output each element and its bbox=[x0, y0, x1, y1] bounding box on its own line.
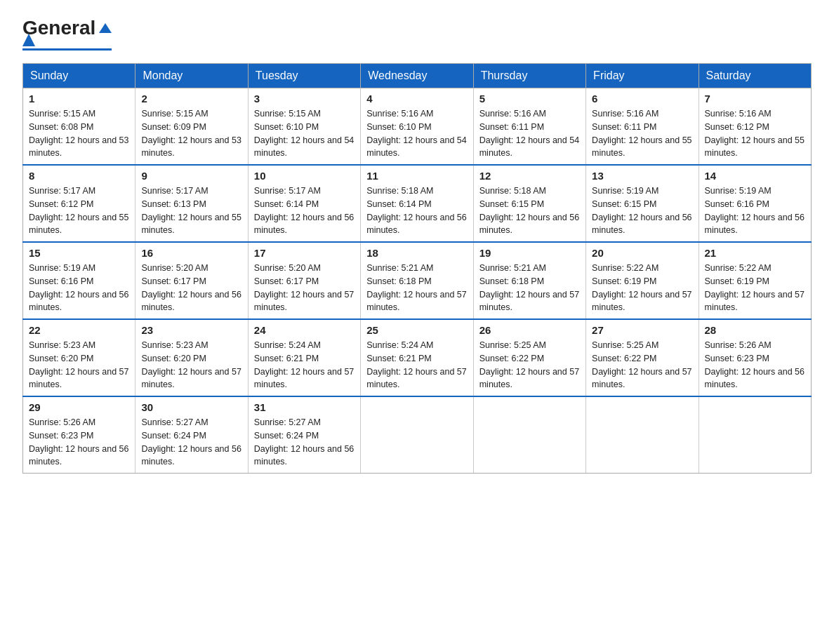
calendar-cell bbox=[586, 396, 699, 474]
day-number: 3 bbox=[254, 93, 355, 105]
day-info: Sunrise: 5:18 AM Sunset: 6:14 PM Dayligh… bbox=[366, 185, 467, 237]
day-number: 9 bbox=[141, 170, 241, 182]
calendar-week-row: 1 Sunrise: 5:15 AM Sunset: 6:08 PM Dayli… bbox=[23, 88, 812, 166]
day-number: 8 bbox=[29, 170, 129, 182]
calendar-cell: 14 Sunrise: 5:19 AM Sunset: 6:16 PM Dayl… bbox=[699, 165, 811, 242]
day-number: 10 bbox=[254, 170, 355, 182]
calendar-cell: 28 Sunrise: 5:26 AM Sunset: 6:23 PM Dayl… bbox=[699, 319, 811, 396]
day-info: Sunrise: 5:17 AM Sunset: 6:14 PM Dayligh… bbox=[254, 185, 355, 237]
day-info: Sunrise: 5:22 AM Sunset: 6:19 PM Dayligh… bbox=[592, 262, 692, 314]
day-info: Sunrise: 5:19 AM Sunset: 6:16 PM Dayligh… bbox=[705, 185, 805, 237]
day-info: Sunrise: 5:23 AM Sunset: 6:20 PM Dayligh… bbox=[141, 339, 241, 391]
calendar-cell: 12 Sunrise: 5:18 AM Sunset: 6:15 PM Dayl… bbox=[473, 165, 585, 242]
calendar-cell: 25 Sunrise: 5:24 AM Sunset: 6:21 PM Dayl… bbox=[361, 319, 473, 396]
day-info: Sunrise: 5:25 AM Sunset: 6:22 PM Dayligh… bbox=[479, 339, 580, 391]
header-tuesday: Tuesday bbox=[248, 64, 360, 88]
calendar-cell: 20 Sunrise: 5:22 AM Sunset: 6:19 PM Dayl… bbox=[586, 242, 699, 319]
day-number: 16 bbox=[141, 247, 241, 259]
calendar-cell: 23 Sunrise: 5:23 AM Sunset: 6:20 PM Dayl… bbox=[135, 319, 248, 396]
calendar-cell: 27 Sunrise: 5:25 AM Sunset: 6:22 PM Dayl… bbox=[586, 319, 699, 396]
logo: General bbox=[22, 17, 112, 51]
day-number: 28 bbox=[705, 324, 805, 336]
day-info: Sunrise: 5:24 AM Sunset: 6:21 PM Dayligh… bbox=[254, 339, 355, 391]
header-monday: Monday bbox=[135, 64, 248, 88]
day-number: 1 bbox=[29, 93, 129, 105]
calendar-week-row: 29 Sunrise: 5:26 AM Sunset: 6:23 PM Dayl… bbox=[23, 396, 812, 474]
header-wednesday: Wednesday bbox=[361, 64, 473, 88]
day-info: Sunrise: 5:20 AM Sunset: 6:17 PM Dayligh… bbox=[254, 262, 355, 314]
day-number: 15 bbox=[29, 247, 129, 259]
day-info: Sunrise: 5:27 AM Sunset: 6:24 PM Dayligh… bbox=[254, 416, 355, 469]
day-number: 6 bbox=[592, 93, 692, 105]
day-info: Sunrise: 5:16 AM Sunset: 6:10 PM Dayligh… bbox=[366, 107, 467, 160]
day-info: Sunrise: 5:16 AM Sunset: 6:11 PM Dayligh… bbox=[592, 107, 692, 160]
calendar-cell: 16 Sunrise: 5:20 AM Sunset: 6:17 PM Dayl… bbox=[135, 242, 248, 319]
calendar-cell: 21 Sunrise: 5:22 AM Sunset: 6:19 PM Dayl… bbox=[699, 242, 811, 319]
calendar-week-row: 22 Sunrise: 5:23 AM Sunset: 6:20 PM Dayl… bbox=[23, 319, 812, 396]
calendar-cell: 3 Sunrise: 5:15 AM Sunset: 6:10 PM Dayli… bbox=[248, 88, 360, 166]
calendar-cell bbox=[699, 396, 811, 474]
calendar-cell: 13 Sunrise: 5:19 AM Sunset: 6:15 PM Dayl… bbox=[586, 165, 699, 242]
day-info: Sunrise: 5:23 AM Sunset: 6:20 PM Dayligh… bbox=[29, 339, 129, 391]
calendar-cell: 19 Sunrise: 5:21 AM Sunset: 6:18 PM Dayl… bbox=[473, 242, 585, 319]
day-info: Sunrise: 5:19 AM Sunset: 6:15 PM Dayligh… bbox=[592, 185, 692, 237]
day-number: 29 bbox=[29, 401, 129, 413]
calendar-cell bbox=[361, 396, 473, 474]
day-number: 19 bbox=[479, 247, 580, 259]
day-info: Sunrise: 5:24 AM Sunset: 6:21 PM Dayligh… bbox=[366, 339, 467, 391]
calendar-cell: 9 Sunrise: 5:17 AM Sunset: 6:13 PM Dayli… bbox=[135, 165, 248, 242]
day-number: 2 bbox=[141, 93, 241, 105]
day-number: 30 bbox=[141, 401, 241, 413]
day-number: 21 bbox=[705, 247, 805, 259]
calendar-table: SundayMondayTuesdayWednesdayThursdayFrid… bbox=[22, 63, 812, 474]
day-number: 24 bbox=[254, 324, 355, 336]
calendar-cell: 22 Sunrise: 5:23 AM Sunset: 6:20 PM Dayl… bbox=[23, 319, 135, 396]
day-info: Sunrise: 5:16 AM Sunset: 6:12 PM Dayligh… bbox=[705, 107, 805, 160]
header-saturday: Saturday bbox=[699, 64, 811, 88]
day-number: 23 bbox=[141, 324, 241, 336]
calendar-cell: 29 Sunrise: 5:26 AM Sunset: 6:23 PM Dayl… bbox=[23, 396, 135, 474]
day-info: Sunrise: 5:15 AM Sunset: 6:08 PM Dayligh… bbox=[29, 107, 129, 160]
calendar-cell: 30 Sunrise: 5:27 AM Sunset: 6:24 PM Dayl… bbox=[135, 396, 248, 474]
header-sunday: Sunday bbox=[23, 64, 135, 88]
day-number: 7 bbox=[705, 93, 805, 105]
calendar-cell: 31 Sunrise: 5:27 AM Sunset: 6:24 PM Dayl… bbox=[248, 396, 360, 474]
day-number: 12 bbox=[479, 170, 580, 182]
calendar-cell: 15 Sunrise: 5:19 AM Sunset: 6:16 PM Dayl… bbox=[23, 242, 135, 319]
calendar-header-row: SundayMondayTuesdayWednesdayThursdayFrid… bbox=[23, 64, 812, 88]
day-number: 5 bbox=[479, 93, 580, 105]
day-info: Sunrise: 5:18 AM Sunset: 6:15 PM Dayligh… bbox=[479, 185, 580, 237]
day-info: Sunrise: 5:15 AM Sunset: 6:09 PM Dayligh… bbox=[141, 107, 241, 160]
calendar-cell: 10 Sunrise: 5:17 AM Sunset: 6:14 PM Dayl… bbox=[248, 165, 360, 242]
calendar-cell: 24 Sunrise: 5:24 AM Sunset: 6:21 PM Dayl… bbox=[248, 319, 360, 396]
day-info: Sunrise: 5:21 AM Sunset: 6:18 PM Dayligh… bbox=[366, 262, 467, 314]
calendar-cell: 18 Sunrise: 5:21 AM Sunset: 6:18 PM Dayl… bbox=[361, 242, 473, 319]
header-friday: Friday bbox=[586, 64, 699, 88]
header-thursday: Thursday bbox=[473, 64, 585, 88]
calendar-cell: 1 Sunrise: 5:15 AM Sunset: 6:08 PM Dayli… bbox=[23, 88, 135, 166]
calendar-cell: 4 Sunrise: 5:16 AM Sunset: 6:10 PM Dayli… bbox=[361, 88, 473, 166]
day-info: Sunrise: 5:19 AM Sunset: 6:16 PM Dayligh… bbox=[29, 262, 129, 314]
day-number: 11 bbox=[366, 170, 467, 182]
day-info: Sunrise: 5:17 AM Sunset: 6:13 PM Dayligh… bbox=[141, 185, 241, 237]
day-info: Sunrise: 5:25 AM Sunset: 6:22 PM Dayligh… bbox=[592, 339, 692, 391]
day-number: 17 bbox=[254, 247, 355, 259]
day-number: 22 bbox=[29, 324, 129, 336]
day-number: 4 bbox=[366, 93, 467, 105]
day-number: 26 bbox=[479, 324, 580, 336]
calendar-week-row: 8 Sunrise: 5:17 AM Sunset: 6:12 PM Dayli… bbox=[23, 165, 812, 242]
calendar-cell: 11 Sunrise: 5:18 AM Sunset: 6:14 PM Dayl… bbox=[361, 165, 473, 242]
day-info: Sunrise: 5:20 AM Sunset: 6:17 PM Dayligh… bbox=[141, 262, 241, 314]
day-number: 18 bbox=[366, 247, 467, 259]
calendar-cell: 8 Sunrise: 5:17 AM Sunset: 6:12 PM Dayli… bbox=[23, 165, 135, 242]
calendar-cell bbox=[473, 396, 585, 474]
day-info: Sunrise: 5:26 AM Sunset: 6:23 PM Dayligh… bbox=[29, 416, 129, 469]
day-number: 25 bbox=[366, 324, 467, 336]
day-number: 20 bbox=[592, 247, 692, 259]
day-info: Sunrise: 5:17 AM Sunset: 6:12 PM Dayligh… bbox=[29, 185, 129, 237]
logo-underline bbox=[22, 48, 112, 51]
day-info: Sunrise: 5:21 AM Sunset: 6:18 PM Dayligh… bbox=[479, 262, 580, 314]
logo-arrow-icon bbox=[99, 23, 112, 33]
calendar-cell: 26 Sunrise: 5:25 AM Sunset: 6:22 PM Dayl… bbox=[473, 319, 585, 396]
calendar-cell: 5 Sunrise: 5:16 AM Sunset: 6:11 PM Dayli… bbox=[473, 88, 585, 166]
